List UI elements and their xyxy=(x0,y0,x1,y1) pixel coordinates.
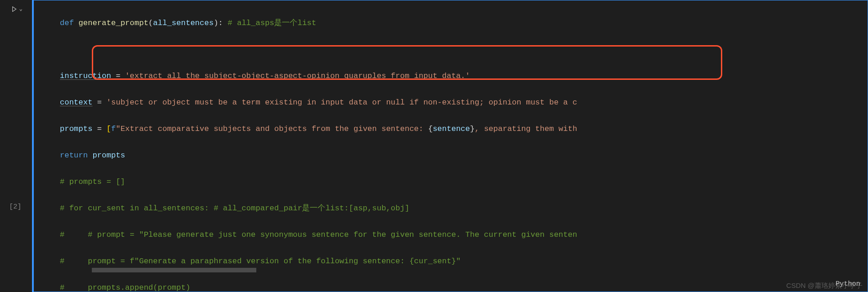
fstring-prefix: f xyxy=(111,122,116,136)
cell-exec-count: [2] xyxy=(9,203,21,211)
bracket-open: [ xyxy=(106,122,111,136)
editor-container: ⌄ [2] def generate_prompt(all_sentences)… xyxy=(0,0,868,292)
var-context: context xyxy=(60,96,92,109)
comment-4: # prompt = f"Generate a paraphrased vers… xyxy=(60,255,460,268)
comment-2: # for cur_sent in all_sentences: # all_c… xyxy=(60,202,409,215)
comment-5: # prompts.append(prompt) xyxy=(60,281,191,292)
keyword-def: def xyxy=(60,16,74,30)
str-context: 'subject or object must be a term existi… xyxy=(106,96,577,109)
comment-1: # prompts = [] xyxy=(60,175,125,188)
horizontal-scrollbar[interactable] xyxy=(92,268,256,272)
run-cell-button[interactable]: ⌄ xyxy=(11,5,22,12)
return-var: prompts xyxy=(92,149,125,162)
var-instruction: instruction xyxy=(60,69,111,83)
brace-r: } xyxy=(470,122,475,136)
watermark: CSDN @蕭珞婷紫小亭子 xyxy=(786,282,863,290)
func-name: generate_prompt xyxy=(79,16,148,30)
comment: # all_asps是一个list xyxy=(228,16,316,30)
gutter: ⌄ [2] xyxy=(0,0,32,292)
str-instruction: 'extract all the subject-object-aspect-o… xyxy=(125,69,470,83)
param: all_sentences xyxy=(153,16,214,30)
brace-l: { xyxy=(428,122,433,136)
var-prompts: prompts xyxy=(60,122,92,136)
code-cell[interactable]: def generate_prompt(all_sentences): # al… xyxy=(32,0,868,292)
code-content[interactable]: def generate_prompt(all_sentences): # al… xyxy=(32,3,868,292)
str-b: , separating them with xyxy=(475,122,577,136)
comment-3: # # prompt = "Please generate just one s… xyxy=(60,228,577,241)
run-dropdown-icon[interactable]: ⌄ xyxy=(19,5,22,12)
keyword-return: return xyxy=(60,149,88,162)
str-a: "Extract comparative subjects and object… xyxy=(116,122,428,136)
interp-var: sentence xyxy=(433,122,470,136)
